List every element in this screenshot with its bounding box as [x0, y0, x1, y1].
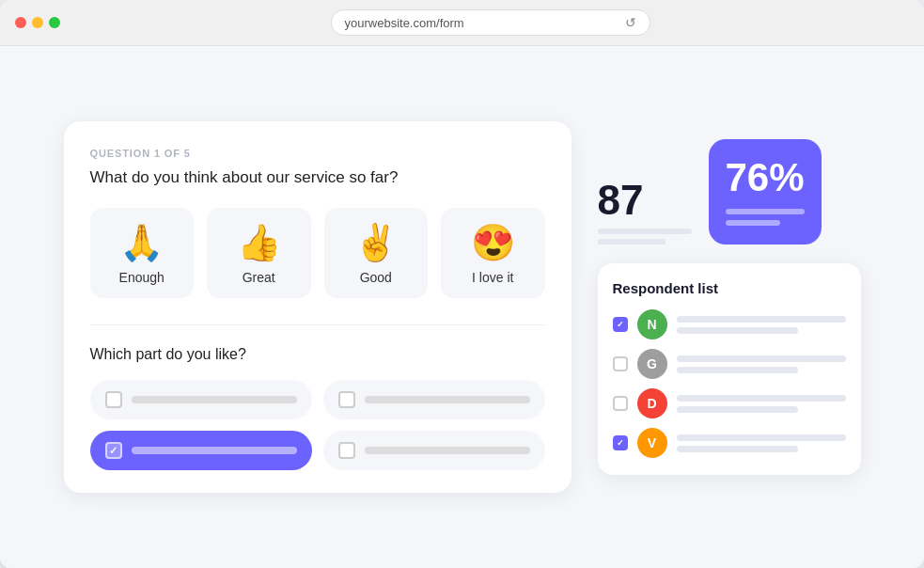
resp-bar-d-short	[677, 406, 799, 413]
option-good-label: Good	[360, 270, 392, 285]
resp-bar-g-short	[677, 367, 799, 373]
checkbox-4[interactable]	[338, 442, 355, 459]
browser-content: QUESTION 1 OF 5 What do you think about …	[0, 46, 924, 568]
emoji-love-icon: 😍	[471, 225, 515, 260]
browser-chrome: yourwebsite.com/form ↺	[0, 0, 924, 46]
respondent-card: Respondent list ✓ N G	[598, 263, 861, 475]
option-love[interactable]: 😍 I love it	[441, 208, 545, 298]
resp-check-icon-v: ✓	[617, 438, 624, 448]
checkbox-grid: ✓	[90, 380, 545, 470]
respondent-item-d: D	[613, 388, 846, 418]
resp-bar-v-long	[677, 434, 846, 441]
divider	[90, 324, 545, 325]
stat-bar-long	[598, 229, 692, 234]
checkbox-3[interactable]: ✓	[105, 442, 122, 459]
resp-checkbox-d[interactable]	[613, 396, 628, 411]
stat-bar-short	[598, 239, 666, 245]
checkbox-item-2[interactable]	[323, 380, 545, 419]
percent-card: 76%	[709, 139, 822, 245]
resp-bar-n-long	[677, 316, 846, 323]
checkbox-item-4[interactable]	[323, 431, 545, 470]
resp-bar-g-long	[677, 355, 846, 362]
respondent-item-v: ✓ V	[613, 428, 846, 458]
checkbox-bar-4	[365, 447, 530, 454]
reload-icon[interactable]: ↺	[625, 15, 636, 30]
traffic-lights	[15, 17, 60, 28]
option-enough-label: Enough	[119, 270, 164, 285]
checkbox-item-3[interactable]: ✓	[90, 431, 312, 470]
traffic-light-green[interactable]	[49, 17, 60, 28]
resp-check-icon-n: ✓	[617, 320, 624, 329]
checkbox-1[interactable]	[105, 391, 122, 408]
traffic-light-red[interactable]	[15, 17, 26, 28]
emoji-great-icon: 👍	[237, 225, 281, 260]
emoji-good-icon: ✌️	[353, 225, 398, 260]
survey-card: QUESTION 1 OF 5 What do you think about …	[64, 121, 572, 493]
option-enough[interactable]: 🙏 Enough	[90, 208, 195, 298]
respondent-title: Respondent list	[613, 280, 846, 296]
resp-bar-v-short	[677, 446, 799, 452]
option-love-label: I love it	[472, 270, 513, 285]
respondent-list: ✓ N G	[613, 309, 846, 458]
resp-info-v	[677, 434, 846, 452]
right-panel: 87 76% Respondent list	[598, 139, 861, 475]
avatar-g: G	[637, 349, 667, 379]
resp-info-g	[677, 355, 846, 373]
option-great[interactable]: 👍 Great	[207, 208, 311, 298]
percent-number: 76%	[726, 158, 805, 197]
resp-checkbox-n[interactable]: ✓	[613, 317, 628, 332]
percent-bar-long	[726, 209, 805, 214]
traffic-light-yellow[interactable]	[32, 17, 43, 28]
url-text: yourwebsite.com/form	[345, 16, 464, 30]
checkbox-bar-1	[132, 396, 297, 403]
stat-number: 87	[598, 180, 692, 221]
resp-bar-d-long	[677, 395, 846, 402]
checkbox-2[interactable]	[338, 391, 355, 408]
check-icon-3: ✓	[109, 445, 117, 457]
address-bar[interactable]: yourwebsite.com/form ↺	[331, 9, 650, 36]
respondent-item-g: G	[613, 349, 846, 379]
resp-info-d	[677, 395, 846, 413]
checkbox-question-text: Which part do you like?	[90, 346, 545, 363]
percent-bar-short	[726, 220, 781, 226]
checkbox-bar-3	[132, 447, 297, 454]
stats-row: 87 76%	[598, 139, 861, 245]
option-great-label: Great	[243, 270, 275, 285]
browser-window: yourwebsite.com/form ↺ QUESTION 1 OF 5 W…	[0, 0, 924, 568]
avatar-v: V	[637, 428, 667, 458]
question-text: What do you think about our service so f…	[90, 168, 545, 187]
avatar-d: D	[637, 388, 667, 418]
option-good[interactable]: ✌️ Good	[324, 208, 429, 298]
resp-info-n	[677, 316, 846, 334]
checkbox-bar-2	[365, 396, 530, 403]
resp-checkbox-g[interactable]	[613, 356, 628, 371]
question-label: QUESTION 1 OF 5	[90, 148, 545, 159]
checkbox-item-1[interactable]	[90, 380, 312, 419]
respondent-item-n: ✓ N	[613, 309, 846, 339]
resp-checkbox-v[interactable]: ✓	[613, 435, 628, 450]
stat-bars	[598, 229, 692, 245]
resp-bar-n-short	[677, 327, 799, 334]
emoji-enough-icon: 🙏	[119, 225, 164, 260]
stat-number-block: 87	[598, 180, 692, 245]
emoji-options: 🙏 Enough 👍 Great ✌️ Good 😍 I love it	[90, 208, 545, 298]
percent-bars	[726, 209, 805, 226]
avatar-n: N	[637, 309, 667, 339]
